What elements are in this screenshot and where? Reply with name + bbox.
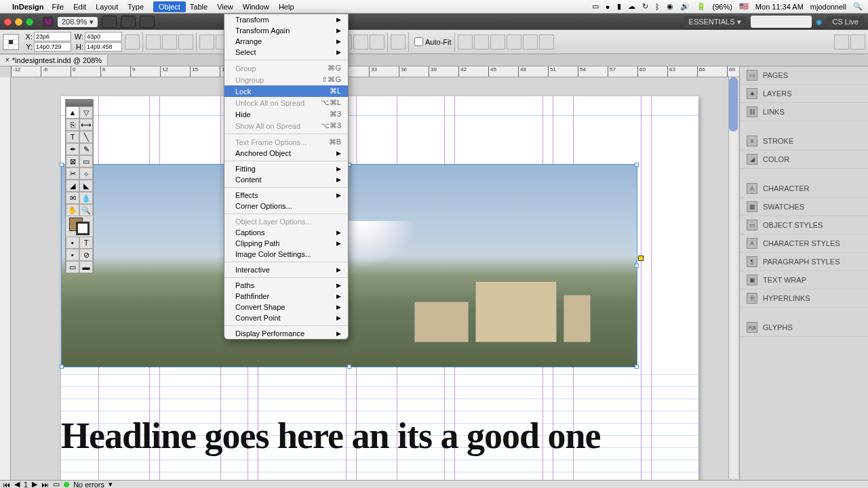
menu-item-arrange[interactable]: Arrange▶ [224,36,348,47]
panel-pages[interactable]: ▭PAGES [740,66,868,85]
panel-character[interactable]: ACHARACTER [740,180,868,198]
weather-icon[interactable]: ● [606,3,610,11]
x-input[interactable] [34,32,71,41]
page-nav-last-icon[interactable]: ⏭ [41,481,49,489]
constrain-proportions-icon[interactable] [125,35,140,49]
align-left-icon[interactable] [458,35,473,49]
panel-stroke[interactable]: ≡STROKE [740,132,868,150]
panel-swatches[interactable]: ▦SWATCHES [740,198,868,216]
open-doc-icon[interactable]: ▭ [53,480,60,488]
gradient-swatch-tool[interactable]: ◢ [66,180,79,192]
screen-mode-button[interactable] [121,16,136,28]
selection-handle[interactable] [635,264,639,268]
tools-panel[interactable]: ▲ ▽ ⎘ ⟷ T ╲ ✒ ✎ ⊠ ▭ ✂ ⟐ ◢ ◣ ✉ 💧 ✋ 🔍 ▪ T … [65,99,94,274]
menu-item-content[interactable]: Content▶ [224,174,348,185]
menu-item-captions[interactable]: Captions▶ [224,227,348,238]
battery-menu-icon[interactable]: 🔋 [696,2,706,11]
menu-type[interactable]: Type [127,3,144,11]
line-tool[interactable]: ╲ [79,131,93,143]
align-vcenter-icon[interactable] [523,35,538,49]
selection-handle[interactable] [347,365,351,369]
menu-help[interactable]: Help [279,3,294,11]
type-tool[interactable]: T [66,131,79,143]
rotate-icon[interactable] [146,35,161,49]
panel-character-styles[interactable]: ACHARACTER STYLES [740,235,868,253]
panel-links[interactable]: ⛓LINKS [740,103,868,121]
gap-tool[interactable]: ⟷ [79,119,93,131]
menu-item-transform-again[interactable]: Transform Again▶ [224,25,348,36]
sync-status-icon[interactable]: ◉ [816,18,823,26]
selection-handle[interactable] [635,365,639,369]
page-nav-next-icon[interactable]: ▶ [32,480,37,488]
align-bottom-icon[interactable] [539,35,554,49]
workspace-switcher[interactable]: ESSENTIALS ▾ [684,16,747,28]
menu-item-interactive[interactable]: Interactive▶ [224,264,348,275]
hand-tool[interactable]: ✋ [66,204,79,216]
close-tab-icon[interactable]: × [5,56,9,64]
menu-table[interactable]: Table [190,3,208,11]
selection-handle[interactable] [635,163,639,167]
align-right-icon[interactable] [490,35,505,49]
vertical-scrollbar[interactable] [728,77,738,479]
direct-selection-tool[interactable]: ▽ [79,106,93,119]
menu-layout[interactable]: Layout [96,3,118,11]
zoom-level[interactable]: 208.9% ▾ [58,17,98,27]
preview-view-icon[interactable]: ▬ [79,261,93,273]
user-name[interactable]: mjodonnell [810,3,846,11]
free-transform-tool[interactable]: ⟐ [79,167,93,180]
flip-v-icon[interactable] [178,35,193,49]
headline-text[interactable]: Headline goes here an its a good one [61,415,601,457]
volume-icon[interactable]: 🔊 [680,2,690,11]
default-fill-stroke-icon[interactable]: ⊘ [79,249,93,261]
fill-stroke-swatch[interactable] [69,218,90,235]
status-menu-icon[interactable]: ▾ [108,480,113,488]
menu-edit[interactable]: Edit [73,3,86,11]
align-top-icon[interactable] [507,35,521,49]
menu-item-transform[interactable]: Transform▶ [224,14,348,25]
screen-icon[interactable]: ▭ [592,2,599,11]
apply-gradient-icon[interactable]: T [79,237,93,249]
scrollbar-thumb[interactable] [729,77,738,131]
panel-menu-icon[interactable] [850,35,865,49]
menu-item-clipping-path[interactable]: Clipping Path▶ [224,238,348,249]
eyedropper-tool[interactable]: 💧 [79,192,93,204]
sync-icon[interactable]: ↻ [642,2,648,11]
arrange-docs-button[interactable] [140,16,155,28]
y-input[interactable] [34,42,71,52]
menu-view[interactable]: View [217,3,233,11]
fill-swatch[interactable] [199,35,214,49]
document-tab[interactable]: × *indesigntest.indd @ 208% [0,55,108,66]
zoom-tool[interactable]: 🔍 [79,204,93,216]
menu-item-convert-point[interactable]: Convert Point▶ [224,312,348,323]
apply-color-icon[interactable]: ▪ [66,237,79,249]
menu-window[interactable]: Window [243,3,269,11]
wrap-column-icon[interactable] [370,35,384,49]
menu-item-fitting[interactable]: Fitting▶ [224,163,348,174]
wifi-icon[interactable]: ◉ [667,2,673,11]
pen-tool[interactable]: ✒ [66,143,79,155]
flag-icon[interactable]: 🇺🇸 [739,2,749,11]
battery-icon[interactable]: ▮ [617,2,621,11]
cs-live-button[interactable]: CS Live [827,16,864,27]
menu-file[interactable]: File [52,3,64,11]
panel-layers[interactable]: ◈LAYERS [740,85,868,103]
menu-item-corner-options-[interactable]: Corner Options... [224,201,348,211]
help-search-input[interactable] [751,16,812,28]
selection-tool[interactable]: ▲ [66,106,79,119]
corner-options-icon[interactable] [391,35,406,49]
quick-apply-icon[interactable] [834,35,849,49]
rectangle-frame-tool[interactable]: ⊠ [66,155,79,167]
menu-object[interactable]: Object [153,1,186,12]
bluetooth-icon[interactable]: ᛒ [655,3,660,11]
spotlight-icon[interactable]: 🔍 [853,2,863,11]
note-tool[interactable]: ✉ [66,192,79,204]
menu-item-convert-shape[interactable]: Convert Shape▶ [224,302,348,312]
panel-object-styles[interactable]: ▭OBJECT STYLES [740,216,868,235]
flip-h-icon[interactable] [162,35,177,49]
tools-panel-header[interactable] [66,100,93,106]
auto-fit-checkbox[interactable]: Auto-Fit [414,37,452,46]
minimize-window-button[interactable] [15,18,22,26]
normal-view-icon[interactable]: ▭ [66,261,79,273]
menu-item-lock[interactable]: Lock⌘L [224,85,348,97]
content-grabber-icon[interactable] [638,256,644,261]
